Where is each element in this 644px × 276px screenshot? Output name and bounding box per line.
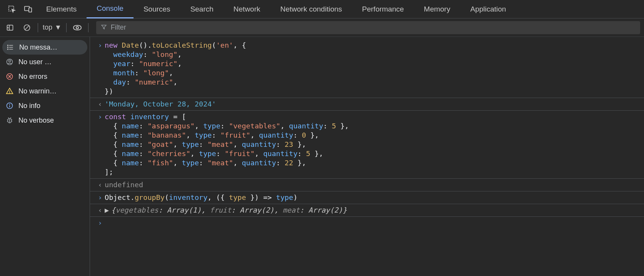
svg-point-20 xyxy=(10,93,10,93)
object-val: : Array(2), xyxy=(231,206,283,214)
svg-point-7 xyxy=(76,27,78,29)
input-marker-icon xyxy=(95,41,105,96)
input-marker-icon xyxy=(95,112,105,177)
svg-line-26 xyxy=(7,120,8,120)
console-input-row: Object.groupBy(inventory, ({ type }) => … xyxy=(90,191,644,204)
brace: { xyxy=(111,206,115,214)
separator xyxy=(66,23,67,32)
svg-point-13 xyxy=(8,49,8,50)
sidebar-item-messages[interactable]: No messa… xyxy=(2,40,87,55)
tab-elements[interactable]: Elements xyxy=(36,0,87,18)
svg-line-28 xyxy=(7,121,8,122)
console-output: new Date().toLocaleString('en', { weekda… xyxy=(90,37,644,276)
error-icon xyxy=(5,72,14,81)
tab-memory[interactable]: Memory xyxy=(414,0,460,18)
sidebar-item-errors[interactable]: No errors xyxy=(0,69,90,84)
output-value[interactable]: undefined xyxy=(105,180,644,190)
filter-wrap xyxy=(96,21,640,34)
chevron-down-icon: ▼ xyxy=(55,23,62,32)
expand-triangle-icon[interactable]: ▶ xyxy=(105,206,109,215)
sidebar-item-label: No verbose xyxy=(18,116,54,125)
output-marker-icon xyxy=(95,180,105,190)
tab-console[interactable]: Console xyxy=(87,0,133,18)
svg-point-12 xyxy=(8,47,8,48)
inspect-element-icon[interactable] xyxy=(4,0,20,18)
console-output-row: undefined xyxy=(90,179,644,191)
list-icon xyxy=(6,43,15,52)
info-icon xyxy=(5,101,14,110)
device-toggle-icon[interactable] xyxy=(20,0,36,18)
sidebar-item-info[interactable]: No info xyxy=(0,98,90,113)
tab-performance[interactable]: Performance xyxy=(352,0,414,18)
svg-rect-2 xyxy=(29,8,32,12)
object-val: : Array(1), xyxy=(158,206,210,214)
sidebar-item-label: No info xyxy=(18,102,40,110)
svg-point-23 xyxy=(10,104,10,105)
separator xyxy=(88,23,88,32)
console-input-row: new Date().toLocaleString('en', { weekda… xyxy=(90,39,644,98)
filter-input[interactable] xyxy=(111,23,636,32)
context-label: top xyxy=(43,23,52,32)
output-value[interactable]: 'Monday, October 28, 2024' xyxy=(105,100,644,109)
live-expression-icon[interactable] xyxy=(71,22,83,34)
object-key: meat xyxy=(283,206,300,214)
tab-search[interactable]: Search xyxy=(180,0,224,18)
tab-sources[interactable]: Sources xyxy=(133,0,180,18)
prompt-input[interactable] xyxy=(105,218,644,228)
sidebar-item-label: No messa… xyxy=(19,43,57,52)
context-selector[interactable]: top ▼ xyxy=(43,23,62,32)
filter-icon xyxy=(101,24,107,31)
devtools-tabs: Elements Console Sources Search Network … xyxy=(0,0,644,18)
separator xyxy=(38,23,38,32)
svg-line-6 xyxy=(25,26,29,30)
code-input[interactable]: Object.groupBy(inventory, ({ type }) => … xyxy=(105,193,644,202)
svg-point-15 xyxy=(9,60,11,62)
brace: } xyxy=(343,206,347,214)
object-key: vegetables xyxy=(115,206,158,214)
tab-network[interactable]: Network xyxy=(224,0,270,18)
object-val: : Array(2) xyxy=(300,206,342,214)
sidebar-item-label: No errors xyxy=(18,73,47,81)
object-key: fruit xyxy=(210,206,231,214)
code-input[interactable]: const inventory = [ { name: "asparagus",… xyxy=(105,112,644,177)
clear-console-icon[interactable] xyxy=(21,22,33,34)
svg-line-27 xyxy=(11,120,12,120)
console-output-row: 'Monday, October 28, 2024' xyxy=(90,98,644,111)
sidebar-item-label: No warnin… xyxy=(18,87,57,95)
console-prompt-row[interactable] xyxy=(90,217,644,229)
svg-line-29 xyxy=(11,121,12,122)
input-marker-icon xyxy=(95,193,105,202)
warning-icon xyxy=(5,87,14,95)
sidebar-item-user[interactable]: No user … xyxy=(0,55,90,69)
user-icon xyxy=(5,58,14,66)
output-marker-icon xyxy=(95,206,105,215)
code-input[interactable]: new Date().toLocaleString('en', { weekda… xyxy=(105,41,644,96)
main: No messa… No user … No errors No warnin…… xyxy=(0,37,644,276)
tab-network-conditions[interactable]: Network conditions xyxy=(270,0,352,18)
message-sidebar: No messa… No user … No errors No warnin…… xyxy=(0,37,90,276)
console-toolbar: top ▼ xyxy=(0,18,644,37)
sidebar-item-verbose[interactable]: No verbose xyxy=(0,113,90,128)
bug-icon xyxy=(5,116,14,125)
svg-point-11 xyxy=(8,45,8,46)
sidebar-item-label: No user … xyxy=(18,58,52,66)
output-marker-icon xyxy=(95,100,105,109)
input-marker-icon xyxy=(95,218,105,228)
console-output-row: ▶{vegetables: Array(1), fruit: Array(2),… xyxy=(90,204,644,217)
sidebar-item-warnings[interactable]: No warnin… xyxy=(0,84,90,98)
console-input-row: const inventory = [ { name: "asparagus",… xyxy=(90,111,644,179)
output-value[interactable]: ▶{vegetables: Array(1), fruit: Array(2),… xyxy=(105,206,644,215)
tab-application[interactable]: Application xyxy=(460,0,516,18)
toggle-sidebar-icon[interactable] xyxy=(4,22,16,34)
